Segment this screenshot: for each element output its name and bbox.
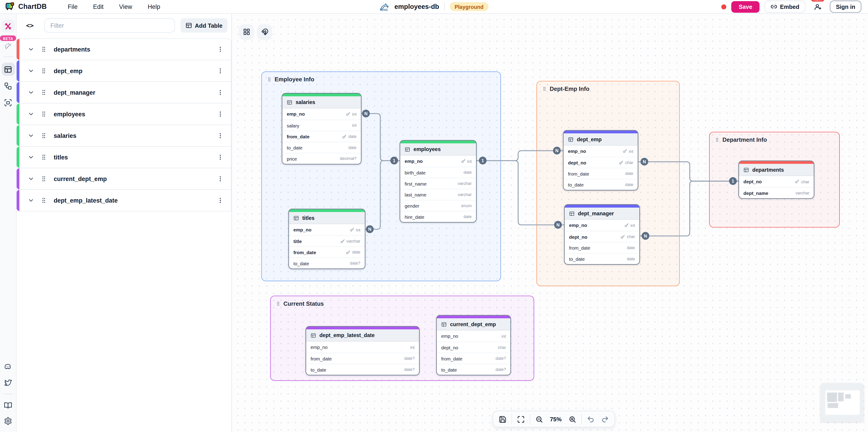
field-row[interactable]: from_datedate?	[437, 353, 510, 364]
brand[interactable]: ChartDB	[5, 2, 46, 11]
filter-input[interactable]	[44, 18, 175, 32]
layout-grid-button[interactable]	[239, 24, 253, 39]
field-row[interactable]: to_datedate	[563, 179, 638, 190]
zoom-level[interactable]: 75%	[547, 416, 565, 423]
field-row[interactable]: salaryint	[282, 120, 361, 131]
more-menu-icon[interactable]	[217, 197, 224, 204]
field-row[interactable]: to_datedate?	[289, 257, 365, 269]
field-row[interactable]: first_namevarchar	[400, 178, 476, 189]
more-menu-icon[interactable]	[217, 89, 224, 96]
drag-handle-icon[interactable]	[40, 176, 47, 182]
chevron-down-icon[interactable]	[28, 154, 34, 161]
magic-wand-icon[interactable]	[4, 43, 12, 51]
table-header[interactable]: departments	[739, 164, 814, 176]
embed-button[interactable]: Embed	[765, 0, 805, 13]
chevron-down-icon[interactable]	[28, 67, 34, 74]
er-table-dept-manager[interactable]: dept_manager emp_noint dept_nochar from_…	[564, 204, 640, 265]
er-table-dept-emp[interactable]: dept_emp emp_noint dept_nochar from_date…	[563, 130, 639, 191]
er-table-salaries[interactable]: salaries emp_noint salaryint from_dateda…	[282, 93, 362, 164]
drag-handle-icon[interactable]	[40, 89, 47, 96]
menu-help[interactable]: Help	[140, 1, 168, 12]
sidebar-tab-relationships[interactable]	[1, 79, 15, 93]
field-row[interactable]: dept_nochar	[739, 176, 814, 187]
invite-user-button[interactable]: NEW	[810, 0, 825, 13]
minimap[interactable]	[820, 383, 864, 422]
table-header[interactable]: salaries	[282, 96, 361, 109]
more-menu-icon[interactable]	[217, 176, 224, 182]
table-list-item-current-dept-emp[interactable]: current_dept_emp	[17, 168, 231, 190]
table-list-item-dept-manager[interactable]: dept_manager	[17, 81, 231, 103]
er-table-titles[interactable]: titles emp_noint titlevarchar from_dated…	[288, 209, 365, 269]
drag-handle-icon[interactable]	[40, 111, 47, 117]
table-header[interactable]: dept_manager	[565, 208, 639, 220]
field-row[interactable]: birth_datedate	[400, 167, 476, 178]
save-diagram-button[interactable]	[496, 412, 510, 426]
field-row[interactable]: emp_noint	[563, 146, 638, 157]
menu-file[interactable]: File	[60, 1, 85, 12]
table-header[interactable]: employees	[400, 143, 476, 156]
redo-button[interactable]	[598, 412, 612, 426]
field-row[interactable]: to_datedate?	[437, 364, 510, 375]
docs-book-icon[interactable]	[4, 402, 12, 410]
database-name[interactable]: employees-db	[395, 3, 439, 10]
er-table-current-dept-emp[interactable]: current_dept_emp emp_noint dept_nochar f…	[436, 315, 511, 375]
field-row[interactable]: from_datedate	[563, 168, 638, 179]
field-row[interactable]: emp_noint	[400, 156, 476, 167]
table-list-item-employees[interactable]: employees	[17, 103, 231, 125]
chevron-down-icon[interactable]	[28, 176, 34, 182]
more-menu-icon[interactable]	[217, 154, 224, 161]
more-menu-icon[interactable]	[217, 111, 224, 117]
more-menu-icon[interactable]	[217, 132, 224, 139]
field-row[interactable]: emp_noint	[437, 331, 510, 342]
more-menu-icon[interactable]	[217, 46, 224, 53]
zoom-out-button[interactable]	[532, 412, 546, 426]
settings-gear-icon[interactable]	[4, 417, 12, 425]
table-header[interactable]: dept_emp_latest_date	[306, 329, 419, 342]
sidebar-tab-tables[interactable]	[1, 62, 15, 76]
table-header[interactable]: titles	[289, 212, 365, 224]
field-row[interactable]: emp_noint	[282, 109, 361, 120]
field-row[interactable]: dept_nochar	[437, 342, 510, 353]
chevron-down-icon[interactable]	[28, 197, 34, 204]
table-header[interactable]: current_dept_emp	[437, 318, 510, 331]
zoom-in-button[interactable]	[565, 412, 580, 426]
field-row[interactable]: to_datedate	[565, 253, 639, 264]
table-list-item-titles[interactable]: titles	[17, 146, 231, 168]
code-view-toggle[interactable]: <>	[24, 22, 35, 29]
field-row[interactable]: titlevarchar	[289, 235, 365, 246]
save-button[interactable]: Save	[732, 1, 760, 12]
table-list-item-salaries[interactable]: salaries	[17, 124, 231, 147]
field-row[interactable]: emp_noint	[289, 224, 365, 235]
chevron-down-icon[interactable]	[28, 89, 34, 96]
chevron-down-icon[interactable]	[28, 132, 34, 139]
er-table-employees[interactable]: employees emp_noint birth_datedate first…	[400, 140, 477, 223]
field-row[interactable]: from_datedate	[282, 131, 361, 142]
table-list-item-departments[interactable]: departments	[17, 38, 231, 60]
field-row[interactable]: dept_nochar	[563, 157, 638, 168]
menu-view[interactable]: View	[111, 1, 140, 12]
buckle-logo-button[interactable]	[1, 19, 15, 33]
field-row[interactable]: from_datedate	[289, 246, 365, 257]
drag-handle-icon[interactable]	[40, 154, 47, 161]
diagram-canvas[interactable]: Employee Info Dept-Emp Info Department I…	[232, 14, 868, 432]
field-row[interactable]: genderenum	[400, 200, 476, 211]
more-menu-icon[interactable]	[217, 67, 224, 74]
fit-view-button[interactable]	[514, 412, 528, 426]
undo-button[interactable]	[583, 412, 598, 426]
snap-magnet-button[interactable]	[257, 24, 272, 39]
twitter-icon[interactable]	[4, 378, 12, 387]
menu-edit[interactable]: Edit	[85, 1, 111, 12]
add-table-button[interactable]: Add Table	[181, 18, 227, 32]
field-row[interactable]: dept_namevarchar	[739, 187, 814, 198]
table-header[interactable]: dept_emp	[563, 133, 638, 146]
field-row[interactable]: hire_datedate	[400, 211, 476, 222]
field-row[interactable]: from_datedate	[565, 242, 639, 253]
field-row[interactable]: to_datedate	[282, 142, 361, 153]
chevron-down-icon[interactable]	[28, 111, 34, 117]
drag-handle-icon[interactable]	[40, 132, 47, 139]
drag-handle-icon[interactable]	[40, 197, 47, 204]
table-list-item-dept-emp[interactable]: dept_emp	[17, 60, 231, 82]
sign-in-button[interactable]: Sign in	[830, 0, 861, 13]
er-table-dept-emp-latest-date[interactable]: dept_emp_latest_date emp_noint from_date…	[306, 326, 420, 375]
chevron-down-icon[interactable]	[28, 46, 34, 53]
